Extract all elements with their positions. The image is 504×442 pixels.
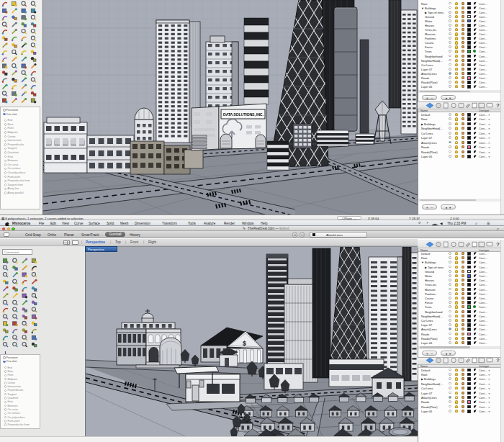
svg-text:DATA SOLUTIONS, INC.: DATA SOLUTIONS, INC.: [223, 112, 264, 117]
svg-text:?: ?: [496, 102, 500, 109]
svg-text:?: ?: [496, 241, 500, 248]
svg-text:$: $: [243, 340, 246, 347]
svg-text:?: ?: [496, 357, 500, 364]
